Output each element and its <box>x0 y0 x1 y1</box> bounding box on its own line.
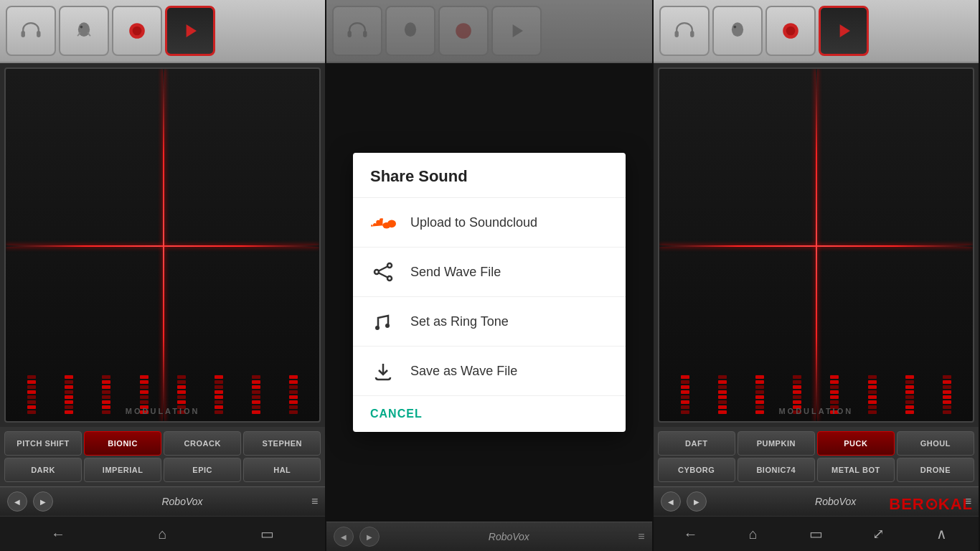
mid-prev-button[interactable]: ◀ <box>334 527 354 547</box>
right-visualizer: MODULATION <box>658 67 974 423</box>
mid-headphones-button[interactable] <box>332 6 382 56</box>
share-icon <box>370 259 396 285</box>
soundcloud-icon <box>370 209 396 235</box>
left-visualizer: MODULATION <box>4 67 321 423</box>
svg-rect-0 <box>22 31 25 37</box>
preset-drone[interactable]: DRONE <box>897 458 974 482</box>
preset-stephen[interactable]: STEPHEN <box>243 431 321 456</box>
watermark: BER⊙KAL <box>889 495 973 514</box>
right-recent-nav-icon[interactable]: ▭ <box>804 522 827 545</box>
svg-rect-7 <box>348 31 352 37</box>
svg-line-18 <box>379 267 387 271</box>
svg-point-5 <box>133 27 142 36</box>
prev-button[interactable]: ◀ <box>7 491 27 512</box>
mid-play-button[interactable] <box>491 6 542 56</box>
record-button[interactable] <box>112 6 162 56</box>
send-wave-label: Send Wave File <box>410 265 501 280</box>
svg-rect-22 <box>674 31 678 37</box>
preset-cyborg[interactable]: CYBORG <box>658 458 735 482</box>
preset-pitch-shift[interactable]: PITCH SHIFT <box>4 431 82 456</box>
ringtone-item[interactable]: Set as Ring Tone <box>353 296 626 346</box>
svg-point-9 <box>405 22 416 37</box>
svg-point-21 <box>385 324 390 328</box>
svg-marker-28 <box>839 24 849 37</box>
watermark-kal: KAL <box>938 495 973 513</box>
preset-dark[interactable]: DARK <box>4 458 82 482</box>
right-home-nav-icon[interactable]: ⌂ <box>742 522 765 545</box>
left-toolbar <box>0 0 325 63</box>
ringtone-label: Set as Ring Tone <box>410 314 509 329</box>
preset-epic[interactable]: EPIC <box>164 458 241 482</box>
dialog-title: Share Sound <box>353 167 626 197</box>
svg-marker-6 <box>187 24 197 37</box>
preset-metalbot[interactable]: METAL BOT <box>817 458 895 482</box>
share-sound-dialog: Share Sound Upload to Soundcloud <box>353 153 626 432</box>
preset-puck[interactable]: PUCK <box>817 431 895 456</box>
svg-point-2 <box>78 22 90 37</box>
back-nav-icon[interactable]: ← <box>47 522 70 545</box>
right-next-button[interactable]: ▶ <box>687 491 707 512</box>
svg-rect-8 <box>363 31 367 37</box>
headphones-button[interactable] <box>6 6 56 56</box>
mid-record-button[interactable] <box>438 6 489 56</box>
right-toolbar <box>654 0 979 63</box>
right-prev-button[interactable]: ◀ <box>661 491 681 512</box>
menu-button[interactable]: ≡ <box>311 495 318 508</box>
right-parrot-button[interactable] <box>712 6 763 56</box>
right-panel: MODULATION DAFT PUMPKIN PUCK GHOUL CYBOR… <box>654 0 980 551</box>
right-record-button[interactable] <box>765 6 816 56</box>
right-headphones-button[interactable] <box>659 6 710 56</box>
svg-line-19 <box>379 273 387 278</box>
send-wave-item[interactable]: Send Wave File <box>353 247 626 296</box>
home-nav-icon[interactable]: ⌂ <box>151 522 174 545</box>
middle-toolbar <box>326 0 651 63</box>
music-icon <box>370 309 396 334</box>
preset-ghoul[interactable]: GHOUL <box>897 431 974 456</box>
save-wave-item[interactable]: Save as Wave File <box>353 346 626 395</box>
parrot-button[interactable] <box>59 6 109 56</box>
svg-point-20 <box>375 326 380 330</box>
viz-label: MODULATION <box>126 407 200 415</box>
soundcloud-item[interactable]: Upload to Soundcloud <box>353 197 626 247</box>
recent-nav-icon[interactable]: ▭ <box>255 522 278 545</box>
preset-hal[interactable]: HAL <box>243 458 321 482</box>
watermark-ber: BER <box>889 495 924 513</box>
right-play-button[interactable] <box>819 6 869 56</box>
mid-app-title: RoboVox <box>385 531 632 542</box>
svg-point-15 <box>387 263 392 268</box>
mid-next-button[interactable]: ▶ <box>359 527 380 547</box>
preset-bionic[interactable]: BIONIC <box>84 431 161 456</box>
preset-daft[interactable]: DAFT <box>658 431 735 456</box>
svg-point-3 <box>80 26 83 29</box>
download-icon <box>370 358 396 384</box>
svg-point-10 <box>456 23 472 39</box>
dialog-overlay: Share Sound Upload to Soundcloud <box>326 63 651 522</box>
mid-parrot-button[interactable] <box>385 6 435 56</box>
right-presets: DAFT PUMPKIN PUCK GHOUL CYBORG BIONIC74 … <box>654 427 979 486</box>
svg-rect-1 <box>37 31 40 37</box>
svg-marker-11 <box>513 24 523 37</box>
right-back-nav-icon[interactable]: ← <box>679 522 702 545</box>
next-button[interactable]: ▶ <box>33 491 53 512</box>
save-wave-label: Save as Wave File <box>410 364 517 379</box>
preset-imperial[interactable]: IMPERIAL <box>84 458 161 482</box>
left-nav-bar: ← ⌂ ▭ <box>0 516 325 551</box>
left-panel: MODULATION PITCH SHIFT BIONIC CROACK STE… <box>0 0 326 551</box>
svg-point-25 <box>733 26 736 29</box>
right-expand-nav-icon[interactable]: ⤢ <box>867 522 890 545</box>
preset-pumpkin[interactable]: PUMPKIN <box>738 431 815 456</box>
preset-croack[interactable]: CROACK <box>164 431 241 456</box>
right-crosshair-v <box>816 69 817 421</box>
right-viz-label: MODULATION <box>778 407 853 415</box>
cancel-button[interactable]: CANCEL <box>353 395 626 432</box>
svg-point-24 <box>732 22 743 37</box>
play-button[interactable] <box>165 6 215 56</box>
middle-bottom-bar: ◀ ▶ RoboVox ≡ <box>326 522 651 551</box>
svg-rect-23 <box>690 31 694 37</box>
right-up-nav-icon[interactable]: ∧ <box>930 522 953 545</box>
mid-menu-button[interactable]: ≡ <box>638 530 644 543</box>
watermark-o: ⊙ <box>925 495 938 513</box>
left-bottom-bar: ◀ ▶ RoboVox ≡ <box>0 486 325 516</box>
left-presets: PITCH SHIFT BIONIC CROACK STEPHEN DARK I… <box>0 427 325 486</box>
preset-bionic74[interactable]: BIONIC74 <box>738 458 815 482</box>
